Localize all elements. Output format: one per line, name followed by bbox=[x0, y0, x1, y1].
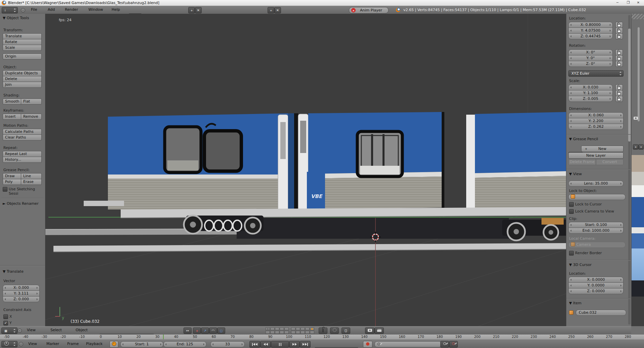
layer-cell[interactable] bbox=[300, 331, 305, 334]
object-tools-panel-header[interactable]: ▼ Object Tools bbox=[3, 16, 29, 20]
vector-y-field[interactable]: Y: 3.111 bbox=[3, 291, 40, 297]
sliver-scrollbar[interactable] bbox=[638, 27, 640, 121]
menu-help[interactable]: Help bbox=[112, 7, 120, 12]
close-button[interactable]: ✕ bbox=[633, 0, 643, 5]
repeat-last-button[interactable]: Repeat Last bbox=[3, 151, 42, 157]
lock-scale-x-button[interactable] bbox=[615, 84, 623, 90]
view-panel-header[interactable]: ▼ View bbox=[569, 172, 582, 176]
layers-grid-1[interactable] bbox=[266, 327, 289, 334]
dimensions-x-field[interactable]: X: 0.060 bbox=[568, 112, 623, 118]
current-frame-marker[interactable] bbox=[163, 335, 164, 340]
layer-cell[interactable] bbox=[266, 327, 270, 331]
constraint-x-checkbox[interactable] bbox=[3, 314, 8, 319]
use-sketching-checkbox[interactable] bbox=[3, 187, 7, 192]
rotation-x-field[interactable]: X: 0° bbox=[568, 49, 613, 55]
menu-playback[interactable]: Playback bbox=[86, 342, 103, 346]
cursor-3d-panel-header[interactable]: ▼ 3D Cursor bbox=[569, 263, 592, 267]
lock-to-scene-button[interactable] bbox=[319, 327, 327, 334]
layer-cell[interactable] bbox=[305, 331, 310, 334]
lock-scale-z-button[interactable] bbox=[615, 96, 623, 102]
n-panel-scrollbar-thumb[interactable] bbox=[628, 29, 631, 142]
rotate-manipulator-button[interactable]: ↗ bbox=[201, 327, 209, 334]
layer-cell[interactable] bbox=[284, 327, 289, 331]
gp-draw-button[interactable]: Draw bbox=[3, 173, 23, 179]
delete-button[interactable]: Delete bbox=[3, 76, 42, 82]
calculate-paths-button[interactable]: Calculate Paths bbox=[3, 129, 42, 135]
gp-new-button[interactable]: ＋New bbox=[581, 146, 623, 152]
layer-cell[interactable] bbox=[291, 327, 295, 331]
lock-to-cursor-checkbox[interactable] bbox=[569, 202, 574, 207]
lock-camera-checkbox[interactable] bbox=[569, 209, 574, 214]
scale-manipulator-button[interactable]: ◻ bbox=[217, 327, 225, 334]
cursor-y-field[interactable]: Y: 0.0000 bbox=[568, 282, 623, 288]
cursor-x-field[interactable]: X: 0.0000 bbox=[568, 277, 623, 283]
lock-to-object-field[interactable] bbox=[568, 194, 626, 200]
region-corner-widget[interactable] bbox=[632, 14, 644, 19]
layer-cell[interactable] bbox=[291, 331, 295, 334]
location-y-field[interactable]: Y: 4.07500 bbox=[568, 28, 613, 34]
maximize-button[interactable]: ❐ bbox=[623, 0, 633, 5]
pause-button[interactable] bbox=[271, 341, 289, 348]
constraint-y-checkbox[interactable]: ✓ bbox=[3, 321, 8, 325]
shade-flat-button[interactable]: Flat bbox=[21, 99, 42, 105]
editor-type-button[interactable]: ▦ bbox=[1, 327, 17, 334]
insert-keyframe-button[interactable]: Insert bbox=[3, 114, 23, 120]
menu-view[interactable]: View bbox=[28, 342, 37, 346]
menu-object[interactable]: Object bbox=[76, 328, 88, 332]
translate-button[interactable]: Translate bbox=[3, 33, 42, 39]
layer-cell[interactable] bbox=[280, 327, 284, 331]
layer-cell[interactable] bbox=[266, 331, 270, 334]
clear-paths-button[interactable]: Clear Paths bbox=[3, 134, 42, 141]
history-button[interactable]: History... bbox=[3, 157, 42, 163]
menu-frame[interactable]: Frame bbox=[67, 342, 79, 346]
scale-x-field[interactable]: X: 0.030 bbox=[568, 84, 613, 90]
menu-add[interactable]: Add bbox=[48, 7, 55, 12]
cursor-z-field[interactable]: Z: 0.0000 bbox=[568, 288, 623, 294]
keying-set-field[interactable] bbox=[374, 341, 442, 347]
scale-button[interactable]: Scale bbox=[3, 45, 42, 51]
frame-start-field[interactable]: Start: 1 bbox=[120, 341, 163, 347]
editor-type-button[interactable]: i bbox=[2, 7, 18, 13]
collapse-menus-icon[interactable]: – bbox=[21, 8, 25, 12]
delete-keyframe-button[interactable] bbox=[449, 341, 458, 348]
layer-cell[interactable] bbox=[284, 331, 289, 334]
gp-poly-button[interactable]: Poly bbox=[3, 179, 23, 185]
scale-y-field[interactable]: Y: 1.100 bbox=[568, 90, 613, 96]
shade-smooth-button[interactable]: Smooth bbox=[3, 99, 23, 105]
expand-button[interactable]: ＋ bbox=[633, 144, 638, 150]
auto-keyframe-button[interactable] bbox=[363, 341, 372, 348]
layer-cell[interactable] bbox=[275, 327, 279, 331]
collapse-menus-icon[interactable]: – bbox=[19, 342, 23, 346]
delete-scene-button[interactable]: ✕ bbox=[274, 7, 281, 13]
grease-pencil-panel-header[interactable]: ▼ Grease Pencil bbox=[569, 137, 598, 141]
render-opengl-button[interactable] bbox=[365, 327, 374, 334]
lock-rotation-y-button[interactable] bbox=[615, 55, 623, 61]
render-border-checkbox[interactable] bbox=[569, 251, 574, 256]
layer-cell[interactable] bbox=[280, 331, 284, 334]
objects-renamer-panel-header[interactable]: ► Objects Renamer bbox=[3, 201, 39, 206]
add-layout-button[interactable]: ＋ bbox=[188, 7, 195, 13]
render-opengl-anim-button[interactable] bbox=[374, 327, 384, 334]
local-camera-field[interactable]: Camera bbox=[568, 242, 626, 248]
collapse-menus-icon[interactable]: – bbox=[17, 328, 22, 333]
join-button[interactable]: Join bbox=[3, 82, 42, 88]
current-frame-field[interactable]: 33 bbox=[210, 341, 245, 347]
preview-range-toggle[interactable] bbox=[110, 341, 118, 348]
lock-location-x-button[interactable] bbox=[615, 22, 623, 28]
proportional-edit-button[interactable] bbox=[330, 327, 339, 334]
gp-erase-button[interactable]: Erase bbox=[21, 179, 42, 185]
expand-button[interactable]: ＋ bbox=[638, 144, 644, 150]
layer-cell[interactable] bbox=[310, 327, 314, 331]
minimize-button[interactable]: ─ bbox=[612, 0, 622, 5]
item-panel-header[interactable]: ▼ Item bbox=[569, 301, 581, 305]
layer-cell[interactable] bbox=[270, 327, 275, 331]
remove-keyframe-button[interactable]: Remove bbox=[21, 114, 42, 120]
vector-x-field[interactable]: X: 0.000 bbox=[3, 285, 40, 291]
rotate-button[interactable]: Rotate bbox=[3, 39, 42, 45]
origin-button[interactable]: Origin bbox=[3, 53, 42, 60]
anim-player-button[interactable]: Anim Player bbox=[349, 7, 389, 13]
layer-cell[interactable] bbox=[305, 327, 310, 331]
layer-cell[interactable] bbox=[275, 331, 279, 334]
editor-type-button[interactable] bbox=[1, 341, 17, 347]
menu-view[interactable]: View bbox=[27, 328, 36, 332]
